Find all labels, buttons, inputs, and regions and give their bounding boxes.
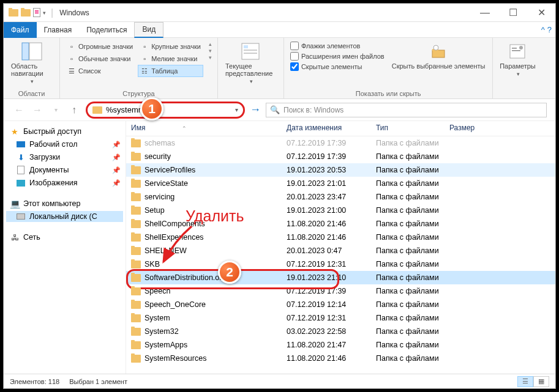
step-badge-1: 1 bbox=[140, 97, 163, 120]
folder-icon bbox=[131, 234, 141, 242]
file-type: Папка с файлами bbox=[376, 341, 449, 349]
file-date: 07.12.2019 17:39 bbox=[287, 139, 376, 147]
recent-button[interactable]: ▾ bbox=[49, 106, 62, 113]
address-dropdown-icon[interactable]: ▾ bbox=[235, 106, 238, 113]
file-type: Папка с файлами bbox=[376, 166, 449, 174]
check-item-checkboxes[interactable]: Флажки элементов bbox=[290, 42, 385, 50]
file-name: ServiceState bbox=[144, 179, 287, 188]
layout-huge-icons[interactable]: ▫Огромные значки bbox=[65, 40, 135, 53]
folder-icon bbox=[131, 139, 141, 147]
layout-details[interactable]: ☷Таблица bbox=[138, 65, 203, 77]
hide-selected-button[interactable]: Скрыть выбранные элементы bbox=[389, 40, 488, 71]
file-name: Speech bbox=[144, 287, 287, 295]
sidebar-documents[interactable]: Документы📌 bbox=[6, 165, 123, 176]
svg-rect-11 bbox=[512, 50, 520, 51]
file-name: servicing bbox=[144, 193, 287, 201]
file-type: Папка с файлами bbox=[376, 233, 449, 242]
file-date: 07.12.2019 17:39 bbox=[287, 287, 376, 295]
file-date: 19.01.2023 21:10 bbox=[287, 273, 376, 282]
tab-share[interactable]: Поделиться bbox=[79, 22, 134, 38]
tab-home[interactable]: Главная bbox=[37, 22, 80, 38]
file-row[interactable]: ServiceProfiles19.01.2023 20:53Папка с ф… bbox=[126, 163, 555, 177]
help-icon[interactable]: ^ bbox=[541, 25, 545, 34]
folder-icon bbox=[92, 106, 102, 114]
file-date: 11.08.2020 21:46 bbox=[287, 354, 376, 363]
tab-file[interactable]: Файл bbox=[4, 22, 37, 38]
sidebar-network[interactable]: 🖧Сеть bbox=[6, 232, 123, 243]
file-type: Папка с файлами bbox=[376, 220, 449, 228]
file-row[interactable]: schemas07.12.2019 17:39Папка с файлами bbox=[126, 136, 555, 150]
file-name: SHELLNEW bbox=[144, 246, 287, 255]
svg-point-12 bbox=[519, 46, 523, 50]
file-date: 07.12.2019 12:31 bbox=[287, 260, 376, 268]
check-hidden-items[interactable]: Скрытые элементы bbox=[290, 62, 385, 71]
maximize-button[interactable]: ☐ bbox=[499, 4, 527, 22]
file-row[interactable]: SKB07.12.2019 12:31Папка с файлами bbox=[126, 257, 555, 271]
file-date: 03.02.2023 22:58 bbox=[287, 327, 376, 336]
column-size[interactable]: Размер bbox=[449, 124, 555, 132]
qat-properties-icon[interactable] bbox=[33, 8, 40, 17]
sidebar-local-disk[interactable]: Локальный диск (C bbox=[6, 211, 123, 222]
status-selected: Выбран 1 элемент bbox=[69, 378, 127, 385]
sidebar-desktop[interactable]: Рабочий стол📌 bbox=[6, 139, 123, 150]
file-row[interactable]: SystemApps11.08.2020 21:47Папка с файлам… bbox=[126, 338, 555, 352]
file-row[interactable]: Speech07.12.2019 17:39Папка с файлами bbox=[126, 284, 555, 298]
file-type: Папка с файлами bbox=[376, 314, 449, 322]
sidebar-downloads[interactable]: ⬇Загрузки📌 bbox=[6, 152, 123, 163]
close-button[interactable]: ✕ bbox=[527, 4, 555, 22]
address-input[interactable]: %systemroot% ▾ bbox=[86, 102, 245, 119]
view-icons-button[interactable]: ▦ bbox=[533, 376, 549, 387]
layout-large-icons[interactable]: ▫Крупные значки bbox=[138, 40, 203, 53]
file-type: Папка с файлами bbox=[376, 206, 449, 215]
file-row[interactable]: SystemResources11.08.2020 21:46Папка с ф… bbox=[126, 352, 555, 365]
file-type: Папка с файлами bbox=[376, 354, 449, 363]
file-row[interactable]: SHELLNEW20.01.2023 0:47Папка с файлами bbox=[126, 244, 555, 257]
search-input[interactable]: 🔍 Поиск в: Windows bbox=[266, 103, 547, 117]
file-type: Папка с файлами bbox=[376, 179, 449, 188]
file-row[interactable]: SoftwareDistribution.old19.01.2023 21:10… bbox=[126, 271, 555, 284]
address-bar: ← → ▾ ↑ %systemroot% ▾ → 🔍 Поиск в: Wind… bbox=[4, 99, 555, 121]
svg-rect-4 bbox=[244, 50, 257, 51]
file-date: 07.12.2019 12:31 bbox=[287, 314, 376, 322]
back-button[interactable]: ← bbox=[12, 105, 26, 116]
folder-icon bbox=[131, 328, 141, 336]
column-date[interactable]: Дата изменения bbox=[287, 124, 376, 132]
file-name: ServiceProfiles bbox=[144, 166, 287, 174]
go-button[interactable]: → bbox=[250, 103, 261, 116]
file-row[interactable]: security07.12.2019 17:39Папка с файлами bbox=[126, 150, 555, 163]
folder-icon bbox=[131, 287, 141, 295]
column-name[interactable]: Имя⌃ bbox=[131, 124, 287, 132]
file-row[interactable]: System3203.02.2023 22:58Папка с файлами bbox=[126, 325, 555, 338]
current-view-button[interactable]: Текущее представление▾ bbox=[223, 40, 279, 86]
qat-folder-icon[interactable] bbox=[21, 9, 31, 17]
sidebar-quick-access[interactable]: ★Быстрый доступ bbox=[6, 126, 123, 137]
file-row[interactable]: ShellExperiences11.08.2020 21:46Папка с … bbox=[126, 231, 555, 244]
status-item-count: Элементов: 118 bbox=[10, 378, 59, 385]
navigation-pane-button[interactable]: Область навигации▾ bbox=[9, 40, 54, 86]
check-file-extensions[interactable]: Расширения имен файлов bbox=[290, 52, 385, 61]
forward-button[interactable]: → bbox=[31, 105, 44, 116]
view-details-button[interactable]: ☰ bbox=[517, 376, 533, 387]
minimize-button[interactable]: — bbox=[471, 4, 499, 22]
app-icon bbox=[9, 9, 18, 17]
layout-medium-icons[interactable]: ▫Обычные значки bbox=[65, 53, 135, 65]
sidebar-this-pc[interactable]: 💻Этот компьютер bbox=[6, 198, 123, 209]
layout-list[interactable]: ☰Список bbox=[65, 65, 135, 77]
up-button[interactable]: ↑ bbox=[67, 105, 81, 116]
file-name: SKB bbox=[144, 260, 287, 268]
tab-view[interactable]: Вид bbox=[134, 22, 163, 38]
column-type[interactable]: Тип bbox=[376, 124, 449, 132]
sidebar-pictures[interactable]: Изображения📌 bbox=[6, 177, 123, 188]
file-type: Папка с файлами bbox=[376, 193, 449, 201]
folder-icon bbox=[131, 193, 141, 201]
file-row[interactable]: servicing20.01.2023 23:47Папка с файлами bbox=[126, 190, 555, 204]
file-row[interactable]: System07.12.2019 12:31Папка с файлами bbox=[126, 311, 555, 325]
file-row[interactable]: ServiceState19.01.2023 21:01Папка с файл… bbox=[126, 177, 555, 190]
folder-icon bbox=[131, 301, 141, 309]
file-row[interactable]: Speech_OneCore07.12.2019 12:14Папка с фа… bbox=[126, 298, 555, 311]
help-icon-2[interactable]: ? bbox=[547, 25, 552, 34]
options-button[interactable]: Параметры▾ bbox=[498, 40, 538, 78]
layout-small-icons[interactable]: ▫Мелкие значки bbox=[138, 53, 203, 65]
folder-icon bbox=[131, 314, 141, 322]
file-type: Папка с файлами bbox=[376, 246, 449, 255]
